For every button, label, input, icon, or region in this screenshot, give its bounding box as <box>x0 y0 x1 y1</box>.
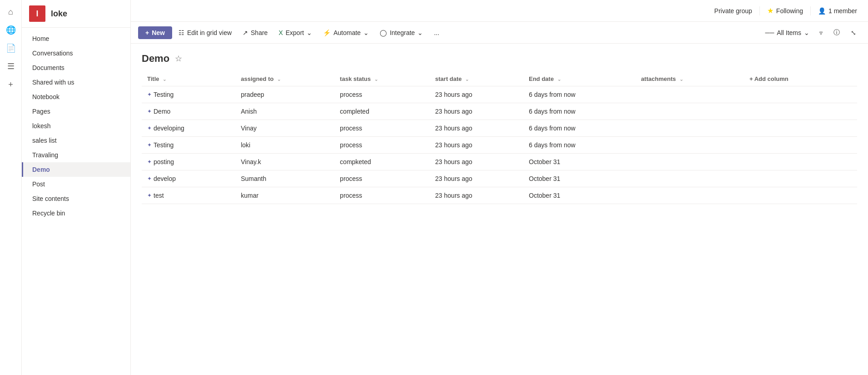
cell-add-1 <box>739 103 857 120</box>
table-row[interactable]: ✦ Testing pradeep process 23 hours ago 6… <box>142 86 857 103</box>
cell-end-6: October 31 <box>523 187 635 204</box>
col-task-status[interactable]: task status ⌄ <box>334 72 430 86</box>
private-group-label: Private group <box>714 7 752 15</box>
cell-attach-0 <box>635 86 739 103</box>
sidebar-item-lokesh[interactable]: lokesh <box>22 119 130 133</box>
col-add[interactable]: + Add column <box>739 72 857 86</box>
home-rail-icon[interactable]: ⌂ <box>3 4 19 20</box>
cell-title-5: ✦ develop <box>142 170 235 187</box>
sidebar-item-site-contents[interactable]: Site contents <box>22 191 130 206</box>
edit-grid-label: Edit in grid view <box>187 29 232 36</box>
integrate-button[interactable]: ◯ Integrate ⌄ <box>375 26 427 39</box>
share-button[interactable]: ↗ Share <box>238 26 272 39</box>
info-icon: ⓘ <box>833 29 840 37</box>
new-button[interactable]: + New <box>138 26 172 39</box>
sidebar-item-sales-list[interactable]: sales list <box>22 133 130 148</box>
automate-button[interactable]: ⚡ Automate ⌄ <box>318 26 373 39</box>
cell-end-3: 6 days from now <box>523 137 635 154</box>
export-chevron-icon: ⌄ <box>307 29 312 36</box>
cell-status-3: process <box>334 137 430 154</box>
cell-start-0: 23 hours ago <box>430 86 523 103</box>
title-value-5[interactable]: develop <box>154 175 176 182</box>
sidebar-item-recycle-bin[interactable]: Recycle bin <box>22 206 130 220</box>
sidebar-item-pages[interactable]: Pages <box>22 104 130 119</box>
private-group[interactable]: Private group <box>714 7 752 15</box>
all-items-label: All Items <box>777 29 801 36</box>
automate-chevron-icon: ⌄ <box>363 29 369 36</box>
sidebar-header: l loke <box>22 0 130 28</box>
table-row[interactable]: ✦ Testing loki process 23 hours ago 6 da… <box>142 137 857 154</box>
table-row[interactable]: ✦ Demo Anish completed 23 hours ago 6 da… <box>142 103 857 120</box>
end-sort-icon: ⌄ <box>557 77 561 82</box>
sidebar-item-conversations[interactable]: Conversations <box>22 46 130 60</box>
toolbar-right: ── All Items ⌄ ▿ ⓘ ⤡ <box>761 26 861 40</box>
sidebar-title: loke <box>51 9 67 19</box>
favorite-button[interactable]: ☆ <box>174 53 183 65</box>
table-row[interactable]: ✦ develop Sumanth process 23 hours ago O… <box>142 170 857 187</box>
list-title: Demo <box>142 53 169 65</box>
new-label: New <box>152 29 165 36</box>
task-icon-2: ✦ <box>147 125 152 131</box>
filter-button[interactable]: ▿ <box>815 26 827 39</box>
title-value-2[interactable]: developing <box>154 125 184 132</box>
more-button[interactable]: ... <box>429 26 444 39</box>
sidebar-item-shared[interactable]: Shared with us <box>22 75 130 90</box>
task-icon-4: ✦ <box>147 159 152 165</box>
following-item[interactable]: ★ Following <box>767 6 803 15</box>
share-label: Share <box>251 29 268 36</box>
export-button[interactable]: X Export ⌄ <box>274 26 317 39</box>
sidebar-item-notebook[interactable]: Notebook <box>22 90 130 104</box>
expand-button[interactable]: ⤡ <box>846 26 861 39</box>
title-value-0[interactable]: Testing <box>154 91 174 98</box>
following-label: Following <box>776 7 803 15</box>
cell-attach-6 <box>635 187 739 204</box>
document-rail-icon[interactable]: 📄 <box>3 40 19 56</box>
sidebar-item-demo[interactable]: Demo <box>22 162 130 177</box>
col-attachments[interactable]: attachments ⌄ <box>635 72 739 86</box>
export-icon: X <box>278 29 283 36</box>
list-rail-icon[interactable]: ☰ <box>3 58 19 75</box>
col-title[interactable]: Title ⌄ <box>142 72 235 86</box>
member-item[interactable]: 👤 1 member <box>818 7 857 15</box>
col-assigned-to[interactable]: assigned to ⌄ <box>235 72 334 86</box>
cell-start-3: 23 hours ago <box>430 137 523 154</box>
task-icon-0: ✦ <box>147 91 152 98</box>
filter-icon: ▿ <box>819 29 823 36</box>
sidebar-item-post[interactable]: Post <box>22 177 130 191</box>
title-value-3[interactable]: Testing <box>154 141 174 149</box>
sidebar-item-home[interactable]: Home <box>22 31 130 46</box>
table-row[interactable]: ✦ posting Vinay.k compketed 23 hours ago… <box>142 154 857 170</box>
table-row[interactable]: ✦ developing Vinay process 23 hours ago … <box>142 120 857 137</box>
plus-rail-icon[interactable]: + <box>3 76 19 93</box>
all-items-button[interactable]: ── All Items ⌄ <box>761 27 813 38</box>
cell-assigned-2: Vinay <box>235 120 334 137</box>
sidebar-nav: HomeConversationsDocumentsShared with us… <box>22 28 130 375</box>
globe-rail-icon[interactable]: 🌐 <box>3 22 19 38</box>
new-plus-icon: + <box>145 29 149 36</box>
col-end-date[interactable]: End date ⌄ <box>523 72 635 86</box>
table-row[interactable]: ✦ test kumar process 23 hours ago Octobe… <box>142 187 857 204</box>
edit-grid-button[interactable]: ☷ Edit in grid view <box>174 26 236 39</box>
cell-start-4: 23 hours ago <box>430 154 523 170</box>
main-area: Private group ★ Following 👤 1 member + N… <box>131 0 868 375</box>
cell-end-0: 6 days from now <box>523 86 635 103</box>
cell-attach-5 <box>635 170 739 187</box>
cell-start-2: 23 hours ago <box>430 120 523 137</box>
info-button[interactable]: ⓘ <box>829 26 844 40</box>
automate-icon: ⚡ <box>323 29 331 36</box>
expand-icon: ⤡ <box>851 29 856 36</box>
title-value-6[interactable]: test <box>154 192 164 199</box>
col-status-label: task status <box>340 75 371 82</box>
task-icon-3: ✦ <box>147 142 152 148</box>
sidebar-item-travaling[interactable]: Travaling <box>22 148 130 162</box>
sidebar-item-documents[interactable]: Documents <box>22 60 130 75</box>
toolbar: + New ☷ Edit in grid view ↗ Share X Expo… <box>131 22 868 44</box>
cell-start-5: 23 hours ago <box>430 170 523 187</box>
export-label: Export <box>286 29 304 36</box>
col-start-date[interactable]: start date ⌄ <box>430 72 523 86</box>
title-value-1[interactable]: Demo <box>154 108 170 115</box>
cell-title-4: ✦ posting <box>142 154 235 170</box>
title-sort-icon: ⌄ <box>163 77 166 82</box>
cell-attach-2 <box>635 120 739 137</box>
title-value-4[interactable]: posting <box>154 158 174 165</box>
